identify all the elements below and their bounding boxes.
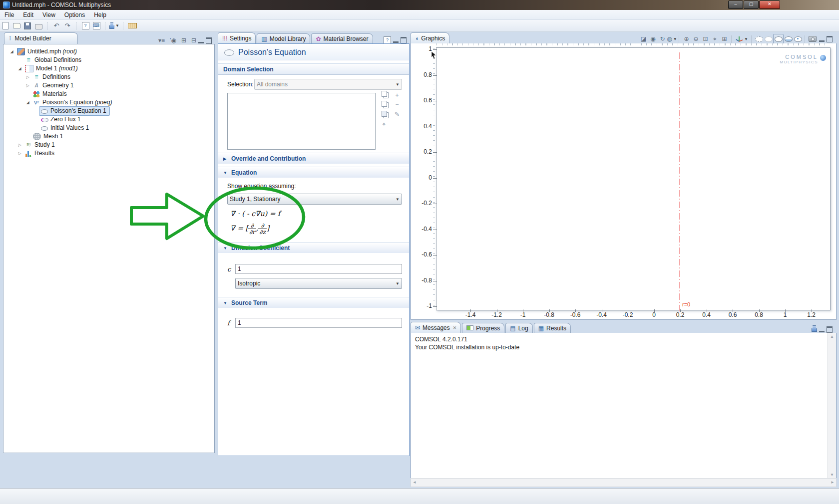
view-visibility-icon[interactable]: ◉ xyxy=(648,34,658,43)
selection-dropdown[interactable]: All domains ▼ xyxy=(254,79,402,90)
tab-material-browser[interactable]: ✿ Material Browser xyxy=(311,33,373,44)
zoom-box-icon[interactable]: ⊡ xyxy=(701,34,710,43)
move-up-icon[interactable]: ⊞ xyxy=(181,37,186,44)
tree-item[interactable]: Poisson's Equation 1 xyxy=(3,107,214,115)
expand-arrow-icon[interactable] xyxy=(8,47,15,56)
add-to-selection-icon[interactable]: ＋ xyxy=(391,91,404,101)
domain-selection-list[interactable] xyxy=(227,93,376,150)
close-button[interactable]: ✕ xyxy=(759,0,780,9)
menu-item[interactable]: View xyxy=(38,11,60,18)
tree-item[interactable]: Geometry 1 xyxy=(3,81,214,90)
menu-item[interactable]: File xyxy=(0,11,18,18)
select-ellipse-faint-icon[interactable] xyxy=(764,34,773,43)
open-button[interactable] xyxy=(11,21,21,30)
maximize-button[interactable]: ▢ xyxy=(744,0,759,9)
select-ellipse-dot-icon[interactable] xyxy=(793,34,803,43)
new-button[interactable] xyxy=(0,21,10,30)
diffusion-type-dropdown[interactable]: Isotropic ▼ xyxy=(235,278,402,289)
redo-button[interactable]: ↷ xyxy=(62,21,72,30)
tab-settings[interactable]: ⁞⁞⁞ Settings xyxy=(218,32,256,44)
select-ellipse-icon[interactable] xyxy=(773,34,784,44)
collapse-all-icon[interactable]: ▾≡ xyxy=(158,37,165,44)
clear-messages-brush-icon[interactable] xyxy=(812,325,817,333)
section-domain-selection[interactable]: Domain Selection xyxy=(218,63,409,75)
transparency-icon[interactable]: ◪ xyxy=(639,34,648,43)
remove-from-selection-icon[interactable]: − xyxy=(391,101,404,111)
help-button[interactable]: ? xyxy=(80,21,90,30)
source-term-input[interactable]: 1 xyxy=(235,318,402,328)
documentation-button[interactable]: ⌨ xyxy=(91,21,101,30)
maximize-panel-icon[interactable] xyxy=(827,326,833,333)
axes-orientation-icon[interactable]: ▼ xyxy=(734,34,749,43)
go-to-default-view-icon[interactable]: ⊞ xyxy=(720,34,729,43)
tree-item[interactable]: Results xyxy=(3,149,214,158)
copy-selection-icon[interactable] xyxy=(378,101,391,111)
minimize-panel-icon[interactable] xyxy=(819,36,825,42)
menu-item[interactable]: Help xyxy=(89,11,111,18)
tree-item[interactable]: Initial Values 1 xyxy=(3,124,214,132)
model-builder-tab[interactable]: ⊺ Model Builder xyxy=(4,32,78,44)
scroll-up-icon[interactable]: ▲ xyxy=(830,334,834,339)
expand-arrow-icon[interactable] xyxy=(16,141,23,149)
rotate-view-icon[interactable]: ↻ xyxy=(658,34,667,43)
create-selection-icon[interactable] xyxy=(378,91,391,101)
save-button[interactable] xyxy=(22,21,32,30)
minimize-panel-icon[interactable] xyxy=(819,326,825,332)
undo-button[interactable]: ↶ xyxy=(51,21,61,30)
maximize-panel-icon[interactable] xyxy=(827,36,833,42)
snapshot-camera-icon[interactable] xyxy=(808,34,817,43)
tree-item[interactable]: Materials xyxy=(3,90,214,98)
messages-horizontal-scrollbar[interactable]: ◄ ► xyxy=(411,478,837,487)
plot-area[interactable]: r=0 COMSOL MULTIPHYSICS xyxy=(436,47,831,310)
tab-progress[interactable]: Progress xyxy=(462,323,504,333)
measure-button[interactable] xyxy=(127,21,137,30)
scene-settings-icon[interactable]: ◍▼ xyxy=(667,34,677,43)
scroll-right-icon[interactable]: ► xyxy=(831,480,835,485)
zoom-in-icon[interactable]: ⊕ xyxy=(682,34,691,43)
section-source-term[interactable]: ▼ Source Term xyxy=(218,297,409,308)
expand-arrow-icon[interactable] xyxy=(16,149,23,158)
print-button[interactable] xyxy=(33,21,43,30)
zoom-to-selection-icon[interactable]: ⌖ xyxy=(378,121,391,131)
maximize-panel-icon[interactable] xyxy=(206,37,212,44)
select-ellipse-dashed-icon[interactable] xyxy=(754,34,764,43)
section-equation[interactable]: ▼ Equation xyxy=(218,167,409,178)
section-override[interactable]: ▶ Override and Contribution xyxy=(218,153,409,164)
tab-model-library[interactable]: ▥ Model Library xyxy=(257,33,310,44)
expand-arrow-icon[interactable] xyxy=(24,81,31,90)
tree-item[interactable]: Untitled.mph (root) xyxy=(3,47,214,56)
expand-arrow-icon[interactable] xyxy=(24,98,31,107)
tree-item[interactable]: Study 1 xyxy=(3,141,214,149)
select-ellipse-filled-icon[interactable] xyxy=(784,34,793,43)
tree-item[interactable]: Global Definitions xyxy=(3,56,214,64)
close-tab-icon[interactable]: ✕ xyxy=(453,325,457,330)
scroll-down-icon[interactable]: ▼ xyxy=(830,473,834,477)
clear-selection-icon[interactable]: ✎ xyxy=(391,111,404,121)
minimize-panel-icon[interactable] xyxy=(393,37,399,43)
show-options-icon[interactable]: '◉ xyxy=(170,37,176,44)
tree-item[interactable]: Zero Flux 1 xyxy=(3,115,214,124)
dynamic-help-icon[interactable]: ? xyxy=(384,36,391,44)
paste-selection-icon[interactable] xyxy=(378,111,391,121)
tree-item[interactable]: Definitions xyxy=(3,73,214,81)
zoom-out-icon[interactable]: ⊖ xyxy=(691,34,701,43)
menu-item[interactable]: Edit xyxy=(18,11,38,18)
tab-log[interactable]: ▤ Log xyxy=(505,323,532,333)
minimize-button[interactable]: – xyxy=(728,0,743,9)
minimize-panel-icon[interactable] xyxy=(198,37,204,43)
maximize-panel-icon[interactable] xyxy=(401,37,407,43)
tab-messages[interactable]: ✉ Messages ✕ xyxy=(411,322,461,333)
messages-vertical-scrollbar[interactable]: ▲ ▼ xyxy=(828,333,836,478)
tree-item[interactable]: Mesh 1 xyxy=(3,132,214,141)
study-dropdown[interactable]: Study 1, Stationary ▼ xyxy=(227,194,402,205)
tree-item[interactable]: Model 1 (mod1) xyxy=(3,64,214,73)
graphics-canvas[interactable]: r=0 COMSOL MULTIPHYSICS 10.80.60.40.20-0… xyxy=(411,43,837,320)
expand-arrow-icon[interactable] xyxy=(16,64,23,73)
clear-button[interactable]: ▼ xyxy=(109,21,119,30)
diffusion-coefficient-input[interactable]: 1 xyxy=(235,264,402,274)
expand-arrow-icon[interactable] xyxy=(24,73,31,81)
menu-item[interactable]: Options xyxy=(60,11,89,18)
section-diffusion-coefficient[interactable]: ▼ Diffusion Coefficient xyxy=(218,242,409,253)
tree-item[interactable]: Poisson's Equation (poeq) xyxy=(3,98,214,107)
tab-graphics[interactable]: ◖ Graphics xyxy=(411,32,449,44)
